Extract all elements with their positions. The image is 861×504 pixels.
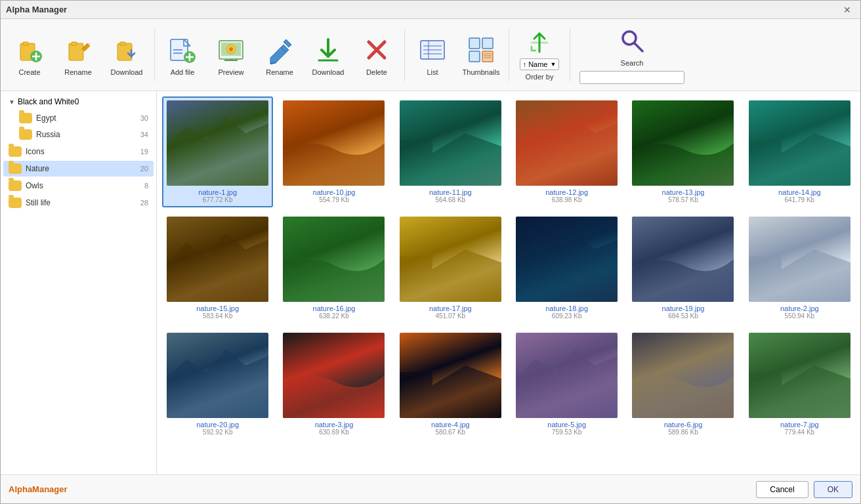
sidebar-item-still-life[interactable]: Still life 28 <box>3 195 154 211</box>
search-icon <box>618 26 646 55</box>
add-file-label: Add file <box>171 68 195 76</box>
sidebar-item-egypt[interactable]: Egypt 30 <box>14 110 154 126</box>
thumb-item[interactable]: nature-15.jpg583.64 Kb <box>162 213 273 324</box>
sep4 <box>570 29 570 81</box>
rename-button[interactable]: Rename <box>256 26 303 85</box>
thumb-size: 564.68 Kb <box>436 196 466 203</box>
sidebar-group-black-white: ▼ Black and White 0 Egypt 30 Russia 34 <box>1 94 156 143</box>
sidebar-item-russia[interactable]: Russia 34 <box>14 127 154 142</box>
download-tb-button[interactable]: Download <box>103 26 150 85</box>
bottom-bar: AlphaManager Cancel OK <box>1 474 860 503</box>
search-label: Search <box>621 59 644 67</box>
sidebar-item-black-white[interactable]: ▼ Black and White 0 <box>3 94 154 109</box>
thumb-name: nature-7.jpg <box>780 421 819 429</box>
sidebar-item-label: Icons <box>26 147 133 156</box>
thumb-size: 779.44 Kb <box>785 429 815 436</box>
thumb-item[interactable]: nature-10.jpg554.79 Kb <box>278 96 389 207</box>
search-input[interactable] <box>579 71 684 84</box>
delete-icon <box>361 34 392 66</box>
thumb-size: 609.23 Kb <box>552 312 582 320</box>
thumbnails-grid: nature-1.jpg677.72 Kbnature-10.jpg554.79… <box>162 96 855 440</box>
order-by-select[interactable]: ↑ Name ▼ <box>520 58 560 70</box>
download-tb-icon <box>111 34 142 66</box>
rename2-icon <box>264 34 295 66</box>
cancel-button[interactable]: Cancel <box>756 481 808 498</box>
main-content: ▼ Black and White 0 Egypt 30 Russia 34 <box>1 91 860 474</box>
add-file-button[interactable]: Add file <box>159 26 206 85</box>
svg-rect-8 <box>117 43 132 60</box>
search-area: Search <box>579 26 684 85</box>
thumb-size: 630.69 Kb <box>319 429 349 436</box>
thumbnails-label: Thumbnails <box>463 68 500 76</box>
thumb-item[interactable]: nature-2.jpg550.94 Kb <box>744 213 855 324</box>
sidebar-item-label: Still life <box>26 198 133 207</box>
list-button[interactable]: List <box>409 26 456 85</box>
thumb-size: 451.07 Kb <box>436 312 466 320</box>
thumb-item[interactable]: nature-6.jpg589.86 Kb <box>627 329 738 440</box>
thumb-item[interactable]: nature-11.jpg564.68 Kb <box>395 96 506 207</box>
sidebar-item-count: 28 <box>133 199 148 207</box>
thumb-item[interactable]: nature-3.jpg630.69 Kb <box>278 329 389 440</box>
svg-point-19 <box>229 47 233 51</box>
folder-icon <box>19 113 32 123</box>
thumb-item[interactable]: nature-14.jpg641.79 Kb <box>744 96 855 207</box>
thumb-item[interactable]: nature-18.jpg609.23 Kb <box>511 213 622 324</box>
thumb-item[interactable]: nature-17.jpg451.07 Kb <box>395 213 506 324</box>
sidebar-item-icons[interactable]: Icons 19 <box>3 144 154 159</box>
thumb-name: nature-1.jpg <box>198 188 237 196</box>
sidebar-item-label: Nature <box>26 164 133 173</box>
svg-rect-6 <box>72 42 77 45</box>
thumb-item[interactable]: nature-1.jpg677.72 Kb <box>162 96 273 207</box>
download-button[interactable]: Download <box>304 26 352 85</box>
sidebar-item-owls[interactable]: Owls 8 <box>3 178 154 194</box>
sep3 <box>509 29 509 81</box>
rename-tb-button[interactable]: Rename <box>54 26 102 85</box>
thumb-name: nature-3.jpg <box>315 421 354 429</box>
create-button[interactable]: Create <box>6 26 53 85</box>
thumb-item[interactable]: nature-16.jpg638.22 Kb <box>278 213 389 324</box>
folder-icon <box>9 146 22 157</box>
thumb-name: nature-12.jpg <box>545 188 588 196</box>
thumbnails-icon <box>465 34 497 66</box>
thumb-size: 583.64 Kb <box>203 312 233 320</box>
thumb-size: 677.72 Kb <box>203 196 233 203</box>
folder-icon <box>19 129 32 140</box>
thumbnails-button[interactable]: Thumbnails <box>457 26 505 85</box>
delete-button[interactable]: Delete <box>353 26 400 85</box>
thumb-name: nature-17.jpg <box>429 304 472 312</box>
toolbar: Create Rename D <box>1 19 860 91</box>
svg-rect-9 <box>120 42 125 45</box>
thumb-item[interactable]: nature-19.jpg684.53 Kb <box>627 213 738 324</box>
sep2 <box>404 29 405 81</box>
folder-icon <box>9 163 22 174</box>
svg-rect-1 <box>23 42 28 45</box>
close-button[interactable]: ✕ <box>839 3 855 16</box>
thumb-name: nature-15.jpg <box>196 304 239 312</box>
thumb-name: nature-5.jpg <box>547 421 586 429</box>
order-by-label: Order by <box>526 73 554 81</box>
download2-icon <box>312 34 344 66</box>
rename-tb-icon <box>62 34 94 66</box>
thumb-item[interactable]: nature-12.jpg638.98 Kb <box>511 96 622 207</box>
order-by-area: ↑ Name ▼ Order by <box>513 26 566 85</box>
preview-button[interactable]: Preview <box>207 26 255 85</box>
create-icon <box>14 34 45 66</box>
file-area[interactable]: nature-1.jpg677.72 Kbnature-10.jpg554.79… <box>157 91 860 474</box>
thumb-item[interactable]: nature-4.jpg580.67 Kb <box>395 329 506 440</box>
title-bar: Alpha Manager ✕ <box>1 1 860 19</box>
thumb-item[interactable]: nature-13.jpg578.57 Kb <box>627 96 738 207</box>
thumb-item[interactable]: nature-20.jpg592.92 Kb <box>162 329 273 440</box>
ok-button[interactable]: OK <box>814 481 852 498</box>
sidebar-item-count: 19 <box>133 148 148 156</box>
thumb-name: nature-20.jpg <box>196 421 239 429</box>
thumb-item[interactable]: nature-5.jpg759.53 Kb <box>511 329 622 440</box>
svg-rect-33 <box>469 38 480 49</box>
sidebar-item-label: Russia <box>36 130 133 139</box>
list-icon <box>417 34 448 66</box>
thumb-name: nature-6.jpg <box>664 421 703 429</box>
sidebar-item-nature[interactable]: Nature 20 <box>3 161 154 177</box>
thumb-name: nature-11.jpg <box>429 188 472 196</box>
thumb-size: 550.94 Kb <box>785 312 815 320</box>
thumb-name: nature-16.jpg <box>313 304 356 312</box>
thumb-item[interactable]: nature-7.jpg779.44 Kb <box>744 329 855 440</box>
